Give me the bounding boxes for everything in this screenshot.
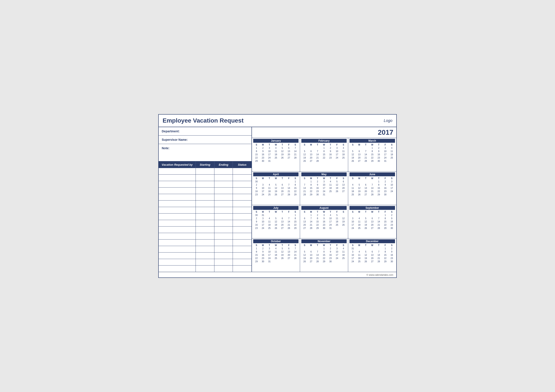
calendar-day: 7 — [292, 146, 299, 150]
table-cell[interactable] — [233, 181, 251, 187]
table-cell[interactable] — [159, 233, 196, 239]
month-name: October — [253, 239, 299, 243]
table-cell[interactable] — [196, 227, 214, 233]
table-cell[interactable] — [196, 194, 214, 200]
calendar-day: 24 — [334, 257, 340, 260]
table-cell[interactable] — [233, 233, 251, 239]
calendar-day: 18 — [327, 186, 334, 190]
table-cell[interactable] — [233, 175, 251, 181]
table-cell[interactable] — [214, 220, 233, 226]
table-cell[interactable] — [214, 175, 233, 181]
day-header: S — [253, 177, 260, 180]
table-cell[interactable] — [233, 214, 251, 220]
table-cell[interactable] — [214, 227, 233, 233]
table-cell[interactable] — [214, 207, 233, 213]
calendar-day — [285, 159, 292, 163]
calendar-day: 5 — [363, 250, 369, 253]
table-cell[interactable] — [214, 194, 233, 200]
calendar-day: 2 — [327, 146, 334, 150]
col-header-starting: Starting — [196, 161, 214, 168]
table-cell[interactable] — [233, 227, 251, 233]
calendar-day: 8 — [308, 183, 314, 186]
table-cell[interactable] — [233, 240, 251, 246]
calendar-day: 4 — [340, 146, 347, 150]
table-cell[interactable] — [159, 188, 196, 194]
table-cell[interactable] — [196, 200, 214, 207]
table-cell[interactable] — [214, 181, 233, 187]
table-cell[interactable] — [214, 200, 233, 207]
calendar-day: 12 — [301, 153, 308, 156]
calendar-day: 29 — [308, 193, 314, 196]
calendar-day — [301, 214, 308, 217]
calendar-day: 18 — [350, 190, 356, 193]
table-cell[interactable] — [159, 259, 196, 265]
table-cell[interactable] — [214, 214, 233, 220]
table-cell[interactable] — [233, 259, 251, 265]
calendar-day: 15 — [292, 186, 299, 190]
table-cell[interactable] — [159, 207, 196, 213]
calendar-grid: SMTWTFS303112345678910111213141516171819… — [253, 210, 299, 230]
table-cell[interactable] — [159, 200, 196, 207]
calendar-day: 26 — [273, 227, 279, 230]
day-header: F — [285, 143, 292, 146]
table-cell[interactable] — [233, 265, 251, 272]
year-display: 2017 — [252, 127, 396, 138]
table-cell[interactable] — [196, 233, 214, 239]
table-cell[interactable] — [196, 259, 214, 265]
table-cell[interactable] — [196, 175, 214, 181]
table-cell[interactable] — [214, 246, 233, 252]
table-cell[interactable] — [159, 246, 196, 252]
table-cell[interactable] — [159, 227, 196, 233]
table-cell[interactable] — [233, 246, 251, 252]
calendar-day: 11 — [356, 253, 363, 257]
table-cell[interactable] — [159, 265, 196, 272]
calendar-day — [356, 247, 363, 250]
month-name: June — [350, 172, 395, 176]
table-cell[interactable] — [196, 188, 214, 194]
table-cell[interactable] — [196, 220, 214, 226]
calendar-day: 11 — [388, 150, 395, 153]
table-cell[interactable] — [196, 181, 214, 187]
table-cell[interactable] — [233, 168, 251, 174]
table-cell[interactable] — [233, 253, 251, 259]
table-cell[interactable] — [196, 214, 214, 220]
calendar-day: 13 — [308, 153, 314, 156]
calendar-day: 10 — [388, 183, 395, 186]
calendar-day: 20 — [285, 153, 292, 156]
table-cell[interactable] — [159, 214, 196, 220]
table-cell[interactable] — [159, 175, 196, 181]
calendar-day: 7 — [314, 250, 321, 253]
table-cell[interactable] — [214, 253, 233, 259]
calendar-day — [363, 214, 369, 217]
table-cell[interactable] — [159, 220, 196, 226]
table-cell[interactable] — [159, 181, 196, 187]
day-header: T — [363, 177, 369, 180]
calendar-day: 13 — [285, 150, 292, 153]
table-cell[interactable] — [196, 265, 214, 272]
table-cell[interactable] — [196, 207, 214, 213]
calendar-day: 18 — [266, 190, 273, 193]
table-cell[interactable] — [159, 253, 196, 259]
calendar-day: 20 — [308, 257, 314, 260]
table-cell[interactable] — [214, 265, 233, 272]
calendar-day: 24 — [334, 156, 340, 159]
table-cell[interactable] — [214, 168, 233, 174]
table-cell[interactable] — [159, 168, 196, 174]
table-cell[interactable] — [214, 233, 233, 239]
table-cell[interactable] — [214, 188, 233, 194]
table-cell[interactable] — [159, 194, 196, 200]
table-cell[interactable] — [233, 188, 251, 194]
table-row — [159, 188, 251, 194]
table-cell[interactable] — [196, 246, 214, 252]
day-header: T — [279, 244, 285, 247]
table-cell[interactable] — [214, 240, 233, 246]
table-cell[interactable] — [233, 200, 251, 207]
table-cell[interactable] — [159, 240, 196, 246]
table-cell[interactable] — [196, 240, 214, 246]
table-cell[interactable] — [233, 207, 251, 213]
table-cell[interactable] — [233, 194, 251, 200]
table-cell[interactable] — [196, 168, 214, 174]
table-cell[interactable] — [196, 253, 214, 259]
table-cell[interactable] — [214, 259, 233, 265]
table-cell[interactable] — [233, 220, 251, 226]
